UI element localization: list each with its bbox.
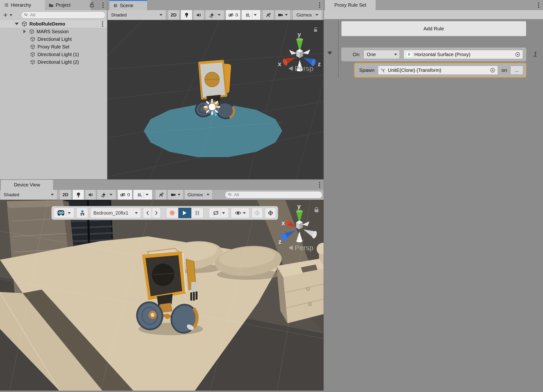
gizmos-dropdown[interactable]: Gizmos (293, 10, 322, 20)
create-object-caret-icon[interactable] (10, 14, 12, 16)
tree-row-scene[interactable]: RoboRuleDemo (0, 20, 107, 28)
device-toolbar: Shaded 2D 0 y Gizmos (0, 190, 323, 200)
scene-lighting-button[interactable] (181, 10, 192, 20)
scene-viewport[interactable]: y x z Persp (107, 20, 324, 179)
chevron-down-icon[interactable] (68, 212, 71, 214)
tab-proxy-rule-set[interactable]: Proxy Rule Set (325, 0, 376, 10)
hidden-objects-button[interactable]: 0 (118, 190, 132, 200)
rule-foldout-icon[interactable] (327, 51, 332, 55)
rule-more-button[interactable]: ... (510, 66, 523, 75)
scene-camera-button[interactable] (275, 10, 291, 20)
chevron-down-icon[interactable] (254, 14, 257, 16)
axis-y-label[interactable]: y (298, 31, 301, 38)
object-picker-icon[interactable] (515, 51, 520, 57)
tree-row-gameobject[interactable]: Directional Light (0, 35, 107, 43)
object-picker-icon[interactable] (490, 67, 496, 73)
tree-row-gameobject[interactable]: Directional Light (1) (0, 50, 107, 58)
hierarchy-list-icon (4, 3, 9, 7)
scene-effects-button[interactable] (97, 190, 116, 200)
hidden-objects-button[interactable]: 0 (226, 10, 240, 20)
rule-action-row[interactable]: Spawn UnitE(Clone) (Transform) on ... (354, 63, 526, 78)
gameobject-cube-icon (30, 52, 35, 57)
recenter-target-button[interactable] (265, 208, 276, 218)
next-environment-button[interactable] (152, 208, 161, 218)
simulation-environment-user-button[interactable] (76, 208, 88, 218)
robot-head-icon (57, 210, 65, 216)
scene-audio-button[interactable] (85, 190, 96, 200)
chevron-down-icon (135, 212, 138, 214)
create-object-button[interactable]: + (3, 11, 8, 19)
scene-effects-button[interactable] (205, 10, 224, 20)
chevron-down-icon[interactable] (207, 194, 209, 196)
device-search-input[interactable]: All (225, 191, 322, 198)
foldout-expanded-icon[interactable] (15, 23, 19, 25)
chevron-down-icon[interactable] (285, 14, 288, 16)
rule-quantifier-dropdown[interactable]: One (363, 50, 400, 59)
chevron-down-icon[interactable] (316, 14, 318, 16)
axis-x-label[interactable]: x (278, 60, 282, 67)
rule-condition-object-field[interactable]: # Horizontal Surface (Proxy) (404, 50, 523, 59)
grid-visibility-button[interactable]: y (241, 10, 260, 20)
eye-off-icon (120, 192, 126, 197)
simulation-info-button[interactable] (252, 208, 263, 218)
on-label: On (353, 51, 359, 57)
tab-project[interactable]: Project (45, 0, 91, 10)
add-rule-button[interactable]: Add Rule (341, 21, 526, 36)
chevron-down-icon[interactable] (178, 194, 181, 196)
play-button[interactable] (178, 208, 191, 218)
proxy-menu-icon[interactable] (538, 2, 539, 8)
spawn-object-field[interactable]: UnitE(Clone) (Transform) (378, 66, 498, 75)
toggle-2d-button[interactable]: 2D (168, 10, 179, 20)
scene-view-panel: Scene Shaded 2D 0 y (107, 0, 324, 179)
loop-mode-button[interactable] (209, 208, 229, 218)
tree-row-gameobject[interactable]: Directional Light (2) (0, 58, 107, 66)
tree-row-gameobject[interactable]: Proxy Rule Set (0, 43, 107, 50)
toggle-2d-button[interactable]: 2D (60, 190, 71, 200)
chevron-down-icon[interactable] (218, 14, 221, 16)
grid-visibility-button[interactable]: y (133, 190, 152, 200)
device-menu-icon[interactable] (319, 182, 320, 188)
chevron-down-icon[interactable] (243, 212, 246, 214)
nightstand[interactable] (277, 259, 324, 323)
previous-environment-button[interactable] (143, 208, 152, 218)
shading-mode-dropdown[interactable]: Shaded (107, 10, 166, 20)
environment-dropdown[interactable]: Bedroom_20ftx1 (90, 208, 141, 218)
tab-device-view[interactable]: Device View (1, 180, 53, 190)
pause-button[interactable] (191, 208, 204, 218)
component-tools-button[interactable] (262, 10, 274, 20)
record-button[interactable] (166, 208, 178, 218)
search-icon (228, 193, 232, 197)
tab-scene-label: Scene (120, 3, 134, 8)
tab-hierarchy[interactable]: Hierarchy (0, 0, 45, 10)
hierarchy-tabbar: Hierarchy Project (0, 0, 107, 10)
tree-row-gameobject[interactable]: MARS Session (0, 28, 107, 35)
scene-camera-button[interactable] (168, 190, 183, 200)
loop-icon (213, 210, 219, 216)
chevron-down-icon[interactable] (146, 194, 148, 196)
simulation-device-mode-button[interactable] (53, 208, 74, 218)
component-tools-button[interactable] (155, 190, 167, 200)
scene-audio-button[interactable] (193, 10, 204, 20)
axis-z-label[interactable]: z (318, 60, 321, 67)
chevron-down-icon[interactable] (222, 212, 225, 214)
hierarchy-searchrow: + All (0, 10, 107, 20)
gameobject-cube-icon (30, 59, 35, 65)
scene-lighting-button[interactable] (73, 190, 84, 200)
info-diamond-icon (254, 209, 261, 217)
foldout-collapsed-icon[interactable] (23, 30, 26, 34)
hierarchy-search-input[interactable]: All (21, 11, 106, 19)
search-icon (24, 13, 28, 17)
scene-menu-icon[interactable] (319, 2, 320, 8)
hierarchy-menu-icon[interactable] (102, 2, 104, 8)
tab-scene[interactable]: Scene (109, 0, 147, 10)
lock-open-icon[interactable] (89, 2, 95, 8)
axis-z-label[interactable]: z (278, 238, 282, 245)
scene-row-menu-icon[interactable] (102, 21, 103, 27)
gizmos-dropdown[interactable]: Gizmos (184, 190, 213, 200)
shading-mode-dropdown[interactable]: Shaded (0, 190, 57, 200)
axis-y-label[interactable]: y (297, 203, 301, 210)
chevron-down-icon[interactable] (110, 194, 113, 196)
axis-x-label[interactable]: x (282, 219, 285, 227)
view-options-button[interactable] (231, 208, 249, 218)
device-viewport[interactable]: y x z Persp (0, 200, 324, 391)
